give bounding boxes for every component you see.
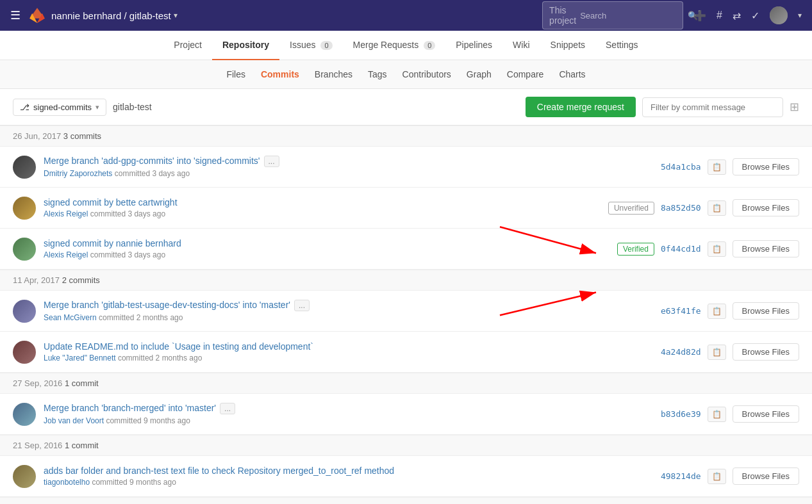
copy-sha-button[interactable]: 📋 [708,345,726,360]
browse-files-button[interactable]: Browse Files [733,467,799,485]
repo-nav-files[interactable]: Files [219,65,253,83]
unverified-badge: Unverified [608,202,654,215]
commit-author-link[interactable]: Alexis Reigel [44,209,88,218]
copy-sha-button[interactable]: 📋 [708,200,726,216]
date-header: 11 Apr, 2017 2 commits [0,270,812,291]
branch-selector[interactable]: ⎇ signed-commits ▾ [13,99,106,116]
browse-files-button[interactable]: Browse Files [733,240,799,257]
repo-nav-commits[interactable]: Commits [253,65,307,83]
commit-sha[interactable]: 5d4a1cba [661,162,701,172]
commit-author-link[interactable]: Luke "Jared" Bennett [44,354,116,362]
avatar[interactable] [770,6,788,24]
commits-count: 1 commit [65,441,99,450]
plus-icon[interactable]: ➕ [693,10,706,22]
commit-meta: Alexis Reigel committed 3 days ago [44,250,617,259]
commit-row: Merge branch 'branch-merged' into 'maste… [0,394,812,435]
commit-filter-input[interactable] [642,97,783,117]
rss-icon[interactable]: ⊞ [790,100,799,114]
check-icon[interactable]: ✓ [751,10,759,22]
commit-title: signed commit by nannie bernhard [44,238,617,248]
search-input[interactable] [580,11,688,20]
copy-sha-button[interactable]: 📋 [708,304,726,319]
commit-expand-button[interactable]: ... [294,300,310,311]
commit-title-link[interactable]: Merge branch 'branch-merged' into 'maste… [44,403,216,413]
commit-row: Merge branch 'add-gpg-commits' into 'sig… [0,147,812,188]
project-dropdown-icon[interactable]: ▾ [174,11,178,20]
commit-author-link[interactable]: Alexis Reigel [44,250,88,259]
commits-wrapper: 26 Jun, 2017 3 commitsMerge branch 'add-… [0,126,812,504]
commits-count: 2 commits [62,275,100,285]
commit-title-link[interactable]: Merge branch 'add-gpg-commits' into 'sig… [44,156,260,166]
nav-wiki[interactable]: Wiki [502,31,540,60]
commit-sha[interactable]: 498214de [661,471,701,481]
browse-files-button[interactable]: Browse Files [733,405,799,423]
logo[interactable] [28,6,46,24]
copy-sha-button[interactable]: 📋 [708,469,726,484]
repo-nav-compare[interactable]: Compare [499,65,552,83]
commit-avatar[interactable] [13,403,36,426]
browse-files-button[interactable]: Browse Files [733,302,799,320]
commit-author-link[interactable]: tiagonbotelho [44,478,90,487]
create-merge-request-button[interactable]: Create merge request [526,97,636,117]
copy-sha-button[interactable]: 📋 [708,159,726,175]
nav-settings[interactable]: Settings [595,31,649,60]
commit-avatar[interactable] [13,238,36,261]
commit-author-link[interactable]: Sean McGivern [44,313,97,322]
commit-title: Merge branch 'gitlab-test-usage-dev-test… [44,300,661,311]
commit-avatar[interactable] [13,465,36,488]
project-title[interactable]: nannie bernhard / gitlab-test [51,10,171,21]
commit-avatar[interactable] [13,197,36,220]
commit-sha[interactable]: b83d6e39 [661,409,701,419]
date-label: 27 Sep, 2016 [13,378,62,388]
repo-nav-graph[interactable]: Graph [459,65,499,83]
repo-nav-charts[interactable]: Charts [551,65,593,83]
commit-avatar[interactable] [13,341,36,364]
commit-title-link[interactable]: adds bar folder and branch-test text fil… [44,466,394,476]
copy-sha-button[interactable]: 📋 [708,241,726,257]
commit-avatar[interactable] [13,300,36,323]
merge-request-icon[interactable]: ⇄ [733,10,741,22]
commit-info: signed commit by bette cartwrightAlexis … [44,197,608,218]
browse-files-button[interactable]: Browse Files [733,158,799,175]
commit-sha[interactable]: 4a24d82d [661,347,701,357]
nav-repository[interactable]: Repository [212,31,279,60]
commit-author-link[interactable]: Job van der Voort [44,416,104,425]
commit-right: 5d4a1cba📋Browse Files [661,158,799,175]
browse-files-button[interactable]: Browse Files [733,199,799,216]
repo-nav-branches[interactable]: Branches [307,65,360,83]
nav-issues[interactable]: Issues 0 [279,31,342,60]
mr-badge: 0 [424,41,435,50]
commit-expand-button[interactable]: ... [264,156,279,167]
commit-sha[interactable]: e63f41fe [661,306,701,316]
commit-sha[interactable]: 0f44cd1d [661,244,701,254]
commit-right: e63f41fe📋Browse Files [661,302,799,320]
nav-snippets[interactable]: Snippets [540,31,595,60]
commit-right: Unverified8a852d50📋Browse Files [608,199,799,216]
repo-nav-tags[interactable]: Tags [360,65,395,83]
commit-meta: Job van der Voort committed 9 months ago [44,416,661,425]
commit-expand-button[interactable]: ... [220,403,235,414]
nav-merge-requests[interactable]: Merge Requests 0 [343,31,446,60]
search-scope-label: This project [549,5,576,26]
commit-author-link[interactable]: Dmitriy Zaporozhets [44,169,112,178]
branch-icon: ⎇ [20,102,29,112]
repo-nav-contributors[interactable]: Contributors [395,65,459,83]
commit-title-link[interactable]: signed commit by nannie bernhard [44,238,181,248]
commit-right: b83d6e39📋Browse Files [661,405,799,423]
commit-title-link[interactable]: Update README.md to include `Usage in te… [44,341,313,352]
commit-row: Update README.md to include `Usage in te… [0,332,812,373]
hash-icon[interactable]: # [717,10,722,21]
commit-avatar[interactable] [13,156,36,179]
commit-title: Update README.md to include `Usage in te… [44,341,661,352]
browse-files-button[interactable]: Browse Files [733,343,799,361]
commit-title-link[interactable]: signed commit by bette cartwright [44,197,178,207]
nav-project[interactable]: Project [163,31,212,60]
hamburger-icon[interactable]: ☰ [10,8,21,22]
top-nav: ☰ nannie bernhard / gitlab-test ▾ This p… [0,0,812,31]
commit-info: signed commit by nannie bernhardAlexis R… [44,238,617,259]
commit-title-link[interactable]: Merge branch 'gitlab-test-usage-dev-test… [44,300,290,310]
copy-sha-button[interactable]: 📋 [708,407,726,422]
avatar-dropdown-icon[interactable]: ▾ [798,11,802,20]
nav-pipelines[interactable]: Pipelines [445,31,502,60]
commit-sha[interactable]: 8a852d50 [661,203,701,213]
